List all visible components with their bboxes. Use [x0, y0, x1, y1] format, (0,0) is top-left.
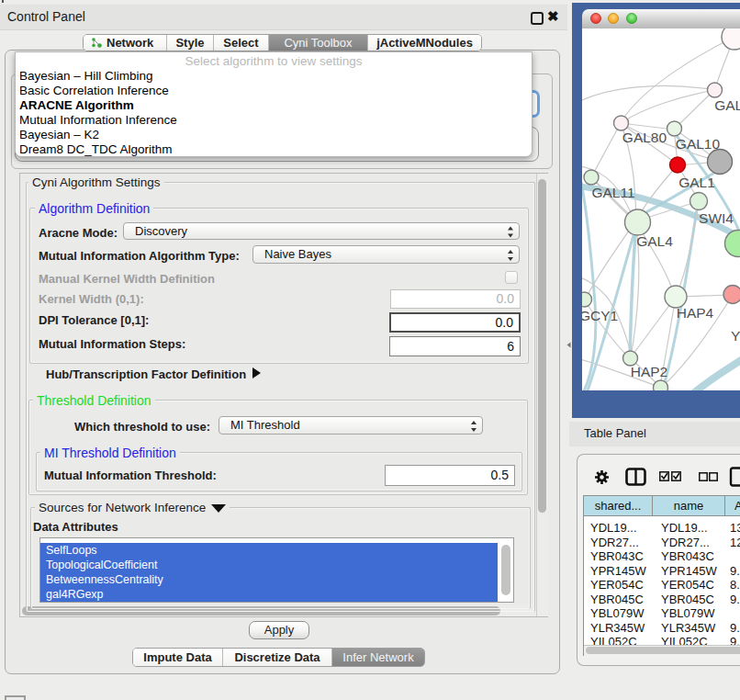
svg-text:GCY1: GCY1	[582, 308, 618, 323]
svg-text:GAL11: GAL11	[591, 185, 634, 200]
svg-text:HAP4: HAP4	[677, 305, 714, 321]
svg-text:GAL10: GAL10	[676, 136, 721, 152]
svg-text:HAP2: HAP2	[631, 364, 668, 379]
svg-text:Y: Y	[731, 328, 740, 344]
svg-text:GAL1: GAL1	[678, 175, 715, 190]
svg-text:GAL80: GAL80	[622, 130, 667, 145]
svg-text:SWI4: SWI4	[699, 210, 734, 226]
svg-text:GAL4: GAL4	[636, 233, 673, 249]
svg-text:GAL2: GAL2	[714, 97, 740, 113]
